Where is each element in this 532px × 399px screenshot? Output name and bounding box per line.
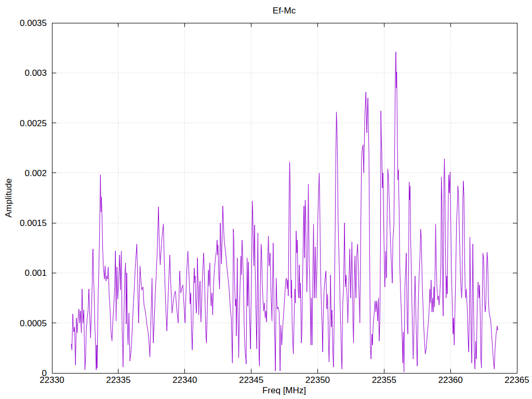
plot-border [52, 23, 517, 373]
y-tick-label: 0.002 [24, 168, 47, 178]
y-tick-label: 0.003 [24, 68, 47, 78]
y-axis-label: Amplitude [4, 178, 14, 218]
y-tick-label: 0.001 [24, 268, 47, 278]
x-tick-label: 22345 [239, 375, 263, 385]
x-tick-label: 22355 [372, 375, 396, 385]
x-tick-label: 22360 [438, 375, 463, 385]
y-tick-label: 0 [42, 368, 47, 378]
plot-grid [52, 23, 517, 373]
x-tick-label: 22340 [172, 375, 197, 385]
x-tick-label: 22335 [106, 375, 130, 385]
gnuplot-canvas: 2233022335223402234522350223552236022365… [0, 0, 532, 399]
x-tick-label: 22350 [305, 375, 330, 385]
series-line [71, 52, 498, 372]
y-tick-label: 0.0005 [20, 318, 47, 328]
chart-title: Ef-Mc [273, 6, 296, 16]
series-polyline [71, 52, 498, 372]
x-tick-labels: 2233022335223402234522350223552236022365 [39, 375, 529, 385]
y-tick-labels: 00.00050.0010.00150.0020.00250.0030.0035 [20, 18, 47, 378]
y-tick-label: 0.0015 [20, 218, 47, 228]
x-tick-label: 22365 [504, 375, 529, 385]
y-tick-label: 0.0035 [20, 18, 47, 28]
axis-ticks [52, 23, 517, 373]
x-axis-label: Freq [MHz] [262, 385, 306, 395]
line-chart: 2233022335223402234522350223552236022365… [0, 0, 532, 399]
y-tick-label: 0.0025 [20, 118, 47, 128]
